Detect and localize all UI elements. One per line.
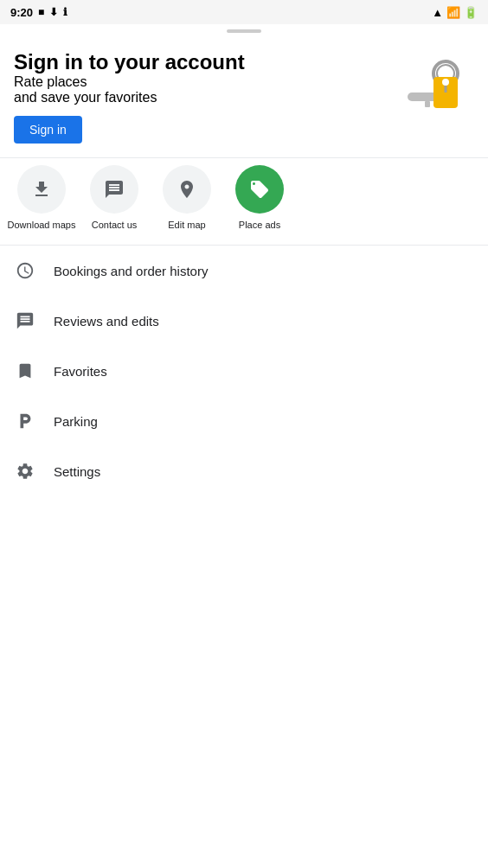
quick-actions-row: Download maps Contact us Edit map Place … — [0, 158, 488, 245]
place-ads-icon-circle — [235, 165, 284, 214]
edit-map-icon-circle — [163, 165, 211, 214]
action-place-ads[interactable]: Place ads — [225, 165, 294, 231]
contact-us-label: Contact us — [92, 219, 138, 231]
download-maps-icon-circle — [17, 165, 66, 214]
signin-button[interactable]: Sign in — [14, 116, 82, 144]
info-icon: ℹ — [63, 6, 67, 18]
reviews-label: Reviews and edits — [54, 314, 159, 329]
action-edit-map[interactable]: Edit map — [152, 165, 222, 231]
signin-subtitle-line1: Rate places — [14, 74, 87, 89]
system-icons: ▲ 📶 🔋 — [432, 6, 478, 19]
place-ads-label: Place ads — [239, 219, 280, 231]
square-icon: ■ — [38, 6, 44, 18]
menu-item-parking[interactable]: Parking — [0, 396, 488, 446]
svg-point-7 — [442, 79, 449, 86]
menu-item-favorites[interactable]: Favorites — [0, 346, 488, 396]
signal-icon: 📶 — [446, 6, 460, 19]
signin-title: Sign in to your account — [14, 50, 245, 74]
download-status-icon: ⬇ — [49, 6, 58, 18]
edit-map-label: Edit map — [168, 219, 205, 231]
settings-label: Settings — [54, 464, 100, 479]
favorites-icon — [14, 360, 36, 382]
bottom-sheet: Sign in to your account Rate places and … — [0, 33, 488, 496]
signin-subtitle-line2: and save your favorites — [14, 90, 157, 105]
key-illustration — [396, 58, 474, 136]
time-display: 9:20 — [10, 6, 33, 19]
bookings-label: Bookings and order history — [54, 264, 208, 278]
menu-item-reviews[interactable]: Reviews and edits — [0, 296, 488, 346]
reviews-icon — [14, 310, 36, 332]
signin-content: Sign in to your account Rate places and … — [14, 50, 245, 144]
status-bar: 9:20 ■ ⬇ ℹ ▲ 📶 🔋 — [0, 0, 488, 24]
parking-icon — [14, 410, 36, 432]
settings-icon — [14, 460, 36, 482]
svg-rect-3 — [425, 101, 430, 107]
download-maps-label: Download maps — [8, 219, 76, 231]
contact-us-icon-circle — [90, 165, 138, 214]
action-contact-us[interactable]: Contact us — [80, 165, 149, 231]
wifi-icon: ▲ — [432, 6, 443, 19]
bookings-icon — [14, 259, 36, 282]
signin-subtitle: Rate places and save your favorites — [14, 74, 245, 105]
battery-icon: 🔋 — [464, 6, 478, 19]
menu-item-bookings[interactable]: Bookings and order history — [0, 246, 488, 296]
signin-section: Sign in to your account Rate places and … — [0, 33, 488, 157]
action-download-maps[interactable]: Download maps — [7, 165, 76, 231]
menu-list: Bookings and order history Reviews and e… — [0, 246, 488, 496]
menu-item-settings[interactable]: Settings — [0, 446, 488, 496]
parking-label: Parking — [54, 414, 98, 429]
favorites-label: Favorites — [54, 364, 107, 379]
